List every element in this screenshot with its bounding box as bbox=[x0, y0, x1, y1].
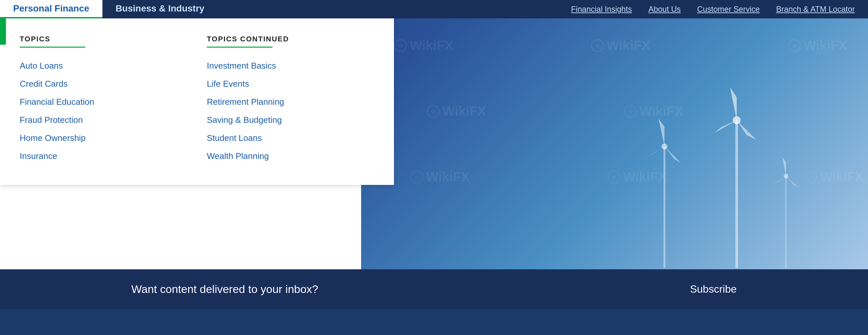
tab-personal-finance[interactable]: Personal Finance bbox=[0, 0, 102, 19]
watermark-3: W WikiFX bbox=[394, 38, 453, 53]
topics-divider-1 bbox=[20, 47, 85, 48]
svg-point-29 bbox=[733, 116, 741, 124]
nav-link-financial-insights[interactable]: Financial Insights bbox=[571, 5, 632, 14]
nav-link-about-us[interactable]: About Us bbox=[648, 5, 681, 14]
svg-text:W: W bbox=[415, 175, 419, 180]
nav-link-customer-service[interactable]: Customer Service bbox=[697, 5, 760, 14]
footer-cta-text: Want content delivered to your inbox? bbox=[131, 283, 318, 296]
topic-student-loans[interactable]: Student Loans bbox=[207, 129, 374, 147]
topics-divider-2 bbox=[207, 47, 273, 48]
watermark-14: W WikiFX bbox=[804, 170, 864, 184]
svg-text:W: W bbox=[431, 109, 436, 114]
topic-home-ownership[interactable]: Home Ownership bbox=[20, 129, 187, 147]
accent-bar bbox=[0, 19, 6, 45]
wind-turbines bbox=[507, 38, 802, 269]
topics-heading-1: TOPICS bbox=[20, 35, 187, 43]
topic-credit-cards[interactable]: Credit Cards bbox=[20, 75, 187, 93]
tab-business-industry[interactable]: Business & Industry bbox=[102, 0, 218, 19]
topic-insurance[interactable]: Insurance bbox=[20, 147, 187, 165]
topics-col-1: TOPICS Auto Loans Credit Cards Financial… bbox=[20, 35, 187, 165]
nav-tabs: Personal Finance Business & Industry bbox=[0, 0, 218, 19]
topic-fraud-protection[interactable]: Fraud Protection bbox=[20, 111, 187, 129]
nav-right-links: Financial Insights About Us Customer Ser… bbox=[571, 0, 868, 19]
watermark-12: W WikiFX bbox=[410, 170, 470, 184]
topic-life-events[interactable]: Life Events bbox=[207, 75, 374, 93]
svg-point-31 bbox=[661, 144, 668, 149]
topic-retirement-planning[interactable]: Retirement Planning bbox=[207, 93, 374, 111]
topic-wealth-planning[interactable]: Wealth Planning bbox=[207, 147, 374, 165]
topics-col-2: TOPICS CONTINUED Investment Basics Life … bbox=[207, 35, 374, 165]
topics-heading-2: TOPICS CONTINUED bbox=[207, 35, 374, 43]
svg-text:W: W bbox=[809, 175, 813, 180]
dropdown-panel: TOPICS Auto Loans Credit Cards Financial… bbox=[0, 19, 394, 185]
svg-point-33 bbox=[784, 174, 788, 178]
topic-investment-basics[interactable]: Investment Basics bbox=[207, 57, 374, 75]
topic-saving-budgeting[interactable]: Saving & Budgeting bbox=[207, 111, 374, 129]
nav-bar: Personal Finance Business & Industry Fin… bbox=[0, 0, 868, 19]
topic-financial-education[interactable]: Financial Education bbox=[20, 93, 187, 111]
svg-text:W: W bbox=[398, 43, 403, 49]
footer-strip: Want content delivered to your inbox? Su… bbox=[0, 269, 868, 309]
subscribe-button[interactable]: Subscribe bbox=[690, 283, 737, 295]
nav-link-branch-atm[interactable]: Branch & ATM Locator bbox=[776, 5, 855, 14]
topic-auto-loans[interactable]: Auto Loans bbox=[20, 57, 187, 75]
watermark-8: W WikiFX bbox=[427, 104, 486, 119]
